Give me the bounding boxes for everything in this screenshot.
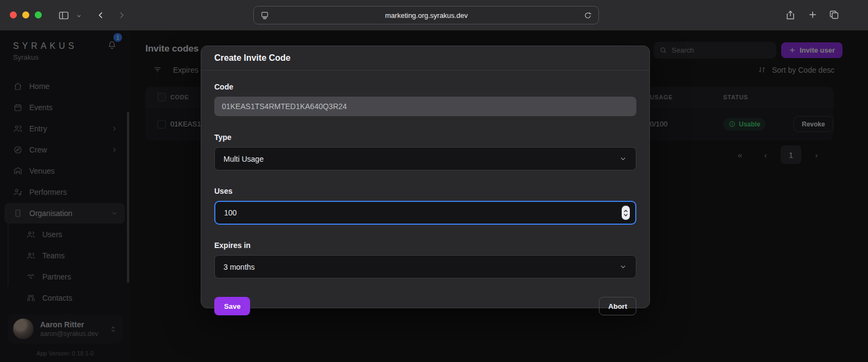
- address-bar[interactable]: marketing.org.syrakus.dev: [253, 6, 599, 24]
- expires-label: Expires in: [214, 241, 636, 250]
- minimize-window-button[interactable]: [22, 11, 29, 18]
- save-button[interactable]: Save: [214, 297, 250, 315]
- uses-field: [214, 201, 636, 225]
- type-label: Type: [214, 133, 636, 142]
- share-icon[interactable]: [784, 9, 796, 21]
- window-controls: [10, 11, 42, 18]
- forward-icon[interactable]: [116, 10, 127, 21]
- number-stepper[interactable]: [622, 206, 630, 220]
- web-page: SYRAKUS Syrakus 1 Home Events Entry: [0, 30, 868, 362]
- page-settings-icon[interactable]: [260, 11, 269, 20]
- sidebar-toggle-icon[interactable]: [58, 10, 69, 21]
- new-tab-icon[interactable]: [807, 9, 818, 20]
- uses-input[interactable]: [214, 201, 636, 225]
- code-input: [214, 97, 636, 116]
- modal-body: Code Type Multi Usage Uses Expires in: [201, 71, 649, 315]
- modal-title: Create Invite Code: [214, 53, 290, 63]
- chevron-down-icon: [619, 263, 627, 271]
- type-select-value: Multi Usage: [224, 155, 619, 163]
- modal-footer: Save Abort: [214, 295, 636, 315]
- modal-header: Create Invite Code: [201, 46, 649, 71]
- chevron-down-icon: [619, 155, 627, 163]
- uses-label: Uses: [214, 187, 636, 195]
- browser-toolbar: marketing.org.syrakus.dev: [0, 0, 868, 30]
- expires-select[interactable]: 3 months: [214, 255, 636, 278]
- type-select[interactable]: Multi Usage: [214, 147, 636, 170]
- tab-overview-icon[interactable]: [828, 9, 840, 21]
- close-window-button[interactable]: [10, 11, 17, 18]
- create-invite-code-modal: Create Invite Code Code Type Multi Usage…: [201, 46, 650, 308]
- code-label: Code: [214, 82, 636, 91]
- reload-icon[interactable]: [584, 11, 592, 20]
- url-text: marketing.org.syrakus.dev: [269, 11, 584, 20]
- expires-select-value: 3 months: [224, 263, 619, 271]
- back-icon[interactable]: [95, 10, 106, 21]
- abort-button[interactable]: Abort: [599, 297, 636, 315]
- zoom-window-button[interactable]: [35, 11, 42, 18]
- screenshot-root: marketing.org.syrakus.dev SYRAKUS Syraku…: [0, 0, 868, 362]
- sidebar-menu-chevron-icon[interactable]: [76, 13, 82, 19]
